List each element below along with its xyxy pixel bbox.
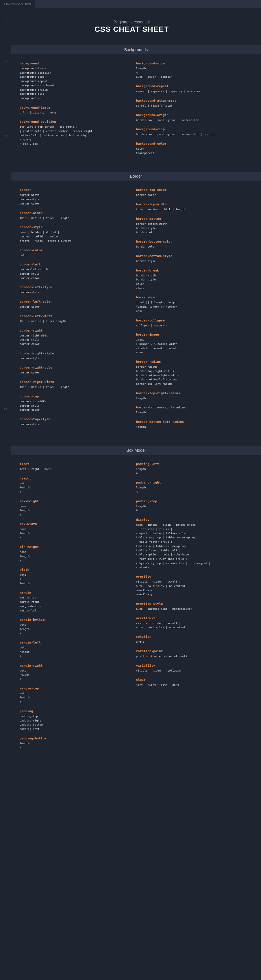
property-name: margin-top [20, 687, 127, 690]
property-name: border-left-width [20, 314, 127, 318]
property-name: border-bottom-right-radius [136, 406, 244, 409]
property-name: height [20, 477, 127, 480]
property-block: rotation-pointposition (paired value off… [136, 649, 244, 659]
property-block: background-sizelength % auto | cover | c… [136, 62, 244, 79]
property-block: clearleft | right | both | none [136, 678, 244, 687]
property-values: auto length % [20, 623, 127, 635]
property-block: margin-leftauto height % [20, 641, 127, 658]
property-name: padding-top [136, 500, 244, 503]
property-name: margin-right [20, 664, 127, 668]
property-block: border-left-widththin | medium | thick l… [20, 314, 127, 323]
section-title: Border [11, 172, 261, 181]
property-block: border-breakborder-width border-style co… [136, 269, 244, 291]
section-title: Backgrounds [11, 45, 261, 54]
property-block: margin-topauto length % [20, 687, 127, 704]
property-name: border-right-width [20, 380, 127, 384]
property-values: visible | hidden | scroll | auto | no-di… [136, 621, 244, 630]
property-block: rotationangle [136, 635, 244, 644]
property-block: min-heightnone length % [20, 545, 127, 563]
property-values: border-box | padding-box | content-box |… [136, 132, 244, 137]
property-name: max-height [20, 500, 127, 503]
property-name: min-height [20, 545, 127, 549]
property-block: border-right-widththin | medium | thick … [20, 380, 127, 389]
property-values: thin | medium | thick | length [20, 385, 127, 389]
property-block: background-repeatrepeat | repeat-x | rep… [136, 84, 244, 94]
property-block: floatleft | right | none [20, 462, 127, 471]
property-block: border-left-styleborder-style [20, 285, 127, 294]
property-values: border-style [20, 422, 127, 426]
property-block: border-bottomborder-bottom-width border-… [136, 217, 244, 234]
property-name: padding-left [136, 462, 244, 466]
property-values: visible | hidden | scroll | auto | no-di… [136, 580, 244, 597]
property-block: border-colorcolor [20, 248, 127, 258]
property-block: border-top-styleborder-style [20, 417, 127, 426]
property-block: background-originborder-box | padding-bo… [136, 113, 244, 123]
property-name: border-right-style [20, 352, 127, 355]
property-name: background-origin [136, 113, 244, 117]
property-values: border-style [20, 290, 127, 294]
column-right: padding-leftlength %padding-rightlength … [136, 462, 244, 755]
property-block: paddingpadding-top padding-right padding… [20, 710, 127, 731]
property-values: none length % [20, 527, 127, 540]
property-values: border-right-width border-style border-c… [20, 334, 127, 346]
property-name: border [20, 188, 127, 192]
property-values: border-color [20, 305, 127, 309]
property-name: padding-right [136, 480, 244, 484]
property-values: left | right | both | none [136, 683, 244, 687]
property-values: none length % [20, 504, 127, 517]
property-name: border-collapse [136, 318, 244, 322]
property-name: background [20, 62, 127, 65]
property-values: none | hidden | dotted | dashed | solid … [20, 230, 127, 243]
property-name: margin-left [20, 641, 127, 644]
property-block: border-left-colorborder-color [20, 300, 127, 309]
property-name: background-clip [136, 127, 244, 131]
property-name: border-color [20, 248, 127, 252]
property-name: border-bottom-style [136, 254, 244, 258]
property-values: thin | medium | thick length [20, 319, 127, 323]
property-values: background-image background-position bac… [20, 67, 127, 100]
property-name: background-image [20, 106, 127, 110]
property-name: display [136, 518, 244, 522]
property-name: border-left-color [20, 300, 127, 304]
property-block: margin-bottomauto length % [20, 618, 127, 635]
property-name: rotation [136, 635, 244, 639]
property-block: border-widththin | medium | thick | leng… [20, 211, 127, 220]
property-values: length [136, 410, 244, 415]
property-name: clear [136, 678, 244, 682]
property-values: length [136, 396, 244, 401]
property-values: left | right | none [20, 467, 127, 471]
property-name: background-repeat [136, 84, 244, 88]
header-title: CSS CHEAT SHEET [20, 25, 243, 34]
property-block: overflow-styleauto | marquee-line | marq… [136, 602, 244, 611]
property-block: border-topborder-top-width border-style … [20, 395, 127, 412]
property-block: padding-toplength % [136, 500, 244, 513]
property-block: background-imageurl | Gradients | none [20, 106, 127, 115]
property-block: border-bottom-left-radiuslength [136, 420, 244, 429]
property-values: none length % [20, 550, 127, 563]
property-block: padding-rightlength % [136, 480, 244, 494]
property-block: box-shadowinset || [ length, length, len… [136, 296, 244, 313]
property-values: border-color [136, 193, 244, 197]
column-left: floatleft | right | noneheightauto lengt… [20, 462, 127, 755]
property-values: top left | top center | top right | | ce… [20, 125, 127, 146]
property-name: overflow-style [136, 602, 244, 606]
property-block: background-clipborder-box | padding-box … [136, 127, 244, 137]
property-block: border-bottom-right-radiuslength [136, 406, 244, 415]
property-name: padding [20, 710, 127, 713]
property-values: color transparent [136, 147, 244, 155]
property-block: border-radiusborder-radius border-top-ri… [136, 360, 244, 386]
property-block: border-leftborder-left-width border-styl… [20, 262, 127, 280]
property-values: length % [136, 485, 244, 494]
tab-bar: css-cheat-sheet.html [0, 0, 261, 8]
document-content: Beginner's essential CSS CHEAT SHEET Bac… [11, 8, 261, 778]
property-name: border-bottom [136, 217, 244, 221]
property-block: padding-leftlength % [136, 462, 244, 476]
property-values: scroll | fixed | local [136, 104, 244, 108]
property-values: length [136, 425, 244, 429]
property-values: inset || [ length, length, length, lengt… [136, 301, 244, 313]
property-name: border-top-width [136, 202, 244, 206]
property-block: border-collapsecollapse | separate [136, 318, 244, 328]
file-tab[interactable]: css-cheat-sheet.html [0, 0, 35, 8]
property-name: border-top-color [136, 188, 244, 192]
column-right: background-sizelength % auto | cover | c… [136, 62, 244, 160]
